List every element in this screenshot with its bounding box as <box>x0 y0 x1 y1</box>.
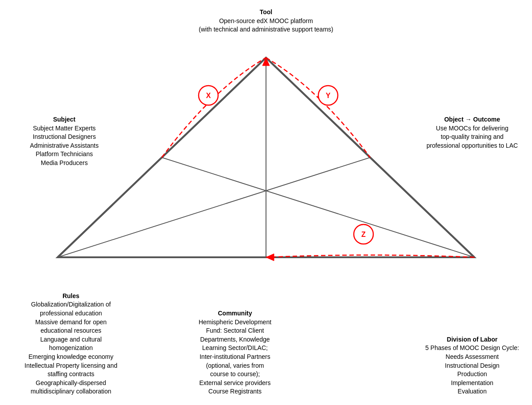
division-lines: 5 Phases of MOOC Design Cycle: Needs Ass… <box>425 344 519 395</box>
community-label: Community Hemispheric Development Fund: … <box>173 309 297 396</box>
community-lines: Hemispheric Development Fund: Sectoral C… <box>199 318 271 395</box>
community-title: Community <box>218 310 252 317</box>
x-label: X <box>206 92 211 99</box>
division-title: Division of Labor <box>447 336 497 343</box>
division-label: Division of Labor 5 Phases of MOOC Desig… <box>417 335 528 396</box>
rules-lines: Globalization/Digitalization of professi… <box>24 301 117 395</box>
arrow-center-base <box>266 254 274 261</box>
object-label: Object → Outcome Use MOOCs for deliverin… <box>421 115 523 150</box>
object-title: Object → Outcome <box>444 116 500 123</box>
object-lines: Use MOOCs for deliveringtop-quality trai… <box>426 125 518 149</box>
z-label: Z <box>361 231 366 238</box>
tool-label: Tool Open-source edX MOOC platform(with … <box>155 8 377 34</box>
cross-diag-2 <box>162 157 474 257</box>
cross-diag-1 <box>58 157 370 257</box>
rules-label: Rules Globalization/Digitalization of pr… <box>4 292 137 396</box>
subject-title: Subject <box>53 116 76 123</box>
subject-line-1: Subject Matter ExpertsInstructional Desi… <box>30 125 99 166</box>
diagram-container: X Y Z Tool Open-source edX MOOC platform… <box>0 0 532 405</box>
subject-label: Subject Subject Matter ExpertsInstructio… <box>9 115 120 168</box>
tool-title: Tool <box>260 8 273 16</box>
y-label: Y <box>326 92 331 99</box>
tool-subtitle: Open-source edX MOOC platform(with techn… <box>199 17 333 33</box>
rules-title: Rules <box>63 292 79 299</box>
